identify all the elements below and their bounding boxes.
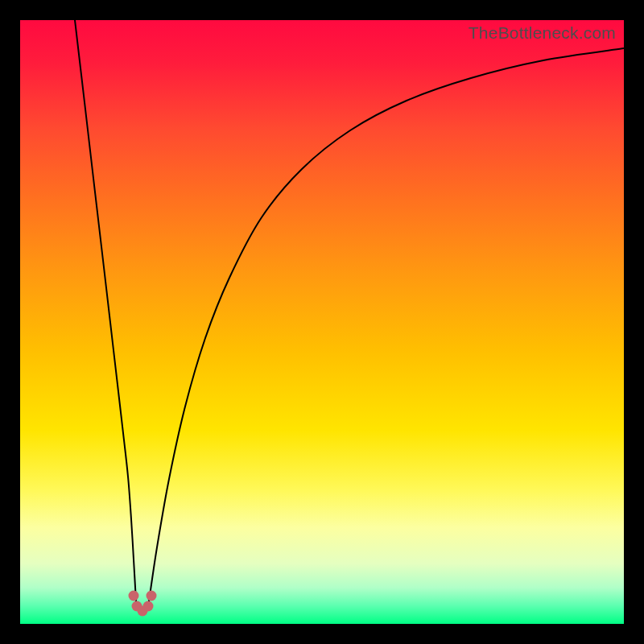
watermark-text: TheBottleneck.com (469, 23, 616, 43)
valley-marker (129, 591, 139, 601)
right-branch (149, 48, 624, 601)
bottleneck-curve (75, 20, 624, 601)
plot-area: TheBottleneck.com (20, 20, 624, 624)
valley-markers (129, 591, 157, 617)
curves-svg (20, 20, 624, 624)
chart-frame: TheBottleneck.com (0, 0, 644, 644)
valley-marker (143, 601, 154, 612)
valley-marker (147, 591, 157, 601)
left-branch (75, 20, 136, 601)
